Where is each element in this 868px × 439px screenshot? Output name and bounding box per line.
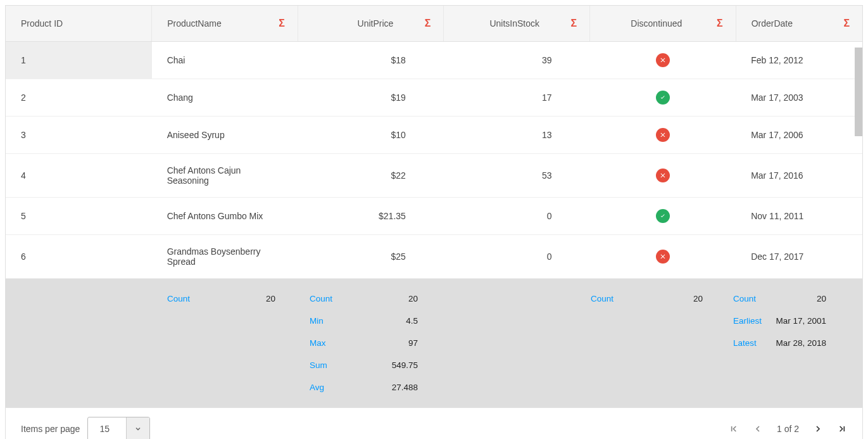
table-row[interactable]: 5Chef Antons Gumbo Mix$21.350Nov 11, 201… bbox=[6, 198, 862, 235]
cell-unit-price: $22 bbox=[298, 154, 444, 198]
summary-date-latest: Latest Mar 28, 2018 bbox=[733, 332, 826, 354]
summary-label: Earliest bbox=[733, 316, 762, 326]
grid-footer: Items per page 15 1 of 2 bbox=[6, 407, 862, 439]
summary-name-count: Count 20 bbox=[167, 288, 275, 310]
check-circle-icon bbox=[656, 209, 670, 223]
cell-product-name: Chef Antons Cajun Seasoning bbox=[152, 154, 298, 198]
products-table: Product ID ProductName Σ UnitPrice Σ Uni… bbox=[6, 6, 862, 279]
x-circle-icon bbox=[656, 169, 670, 182]
prev-page-button[interactable] bbox=[753, 424, 763, 434]
cell-order-date: Nov 11, 2011 bbox=[736, 198, 862, 235]
summary-date-earliest: Earliest Mar 17, 2001 bbox=[733, 310, 826, 332]
pager-info: 1 of 2 bbox=[777, 424, 799, 434]
column-header-discontinued[interactable]: Discontinued Σ bbox=[590, 6, 736, 42]
x-circle-icon bbox=[656, 250, 670, 264]
sigma-icon[interactable]: Σ bbox=[279, 18, 285, 29]
cell-product-name: Chef Antons Gumbo Mix bbox=[152, 198, 298, 235]
header-label: OrderDate bbox=[752, 18, 793, 29]
sigma-icon[interactable]: Σ bbox=[843, 18, 850, 29]
table-row[interactable]: 2Chang$1917Mar 17, 2003 bbox=[6, 79, 862, 117]
summary-label: Count bbox=[733, 294, 756, 303]
cell-units-in-stock: 0 bbox=[444, 198, 590, 235]
table-row[interactable]: 3Aniseed Syrup$1013Mar 17, 2006 bbox=[6, 117, 862, 154]
sigma-icon[interactable]: Σ bbox=[717, 18, 723, 29]
cell-unit-price: $19 bbox=[298, 79, 444, 117]
x-circle-icon bbox=[656, 53, 670, 67]
summary-value: 20 bbox=[266, 294, 275, 303]
cell-units-in-stock: 0 bbox=[444, 235, 590, 279]
per-page-value: 15 bbox=[88, 417, 126, 439]
summary-price-count: Count 20 bbox=[310, 288, 418, 310]
summary-value: Mar 17, 2001 bbox=[776, 316, 826, 326]
cell-discontinued bbox=[590, 42, 736, 79]
summary-value: 4.5 bbox=[406, 316, 418, 326]
chevron-down-icon[interactable] bbox=[126, 417, 149, 439]
table-row[interactable]: 1Chai$1839Feb 12, 2012 bbox=[6, 42, 862, 79]
scrollbar-thumb[interactable] bbox=[855, 48, 862, 136]
cell-product-id: 1 bbox=[6, 42, 152, 79]
per-page-select[interactable]: 15 bbox=[87, 417, 150, 439]
table-row[interactable]: 6Grandmas Boysenberry Spread$250Dec 17, … bbox=[6, 235, 862, 279]
cell-units-in-stock: 13 bbox=[444, 117, 590, 154]
summary-value: 20 bbox=[408, 294, 418, 303]
header-label: UnitsInStock bbox=[459, 18, 539, 29]
column-header-order-date[interactable]: OrderDate Σ bbox=[736, 6, 862, 42]
per-page-label: Items per page bbox=[21, 424, 80, 434]
cell-unit-price: $25 bbox=[298, 235, 444, 279]
summary-value: 27.488 bbox=[392, 383, 418, 392]
summary-label: Avg bbox=[310, 383, 324, 392]
summary-price-max: Max 97 bbox=[310, 332, 418, 354]
summary-date-count: Count 20 bbox=[733, 288, 826, 310]
summary-value: 20 bbox=[693, 294, 703, 303]
cell-units-in-stock: 39 bbox=[444, 42, 590, 79]
cell-order-date: Mar 17, 2003 bbox=[736, 79, 862, 117]
cell-product-name: Grandmas Boysenberry Spread bbox=[152, 235, 298, 279]
cell-product-name: Aniseed Syrup bbox=[152, 117, 298, 154]
cell-discontinued bbox=[590, 154, 736, 198]
cell-order-date: Feb 12, 2012 bbox=[736, 42, 862, 79]
summary-disc-count: Count 20 bbox=[591, 288, 703, 310]
column-header-unit-price[interactable]: UnitPrice Σ bbox=[298, 6, 444, 42]
summary-label: Max bbox=[310, 338, 326, 348]
cell-product-id: 4 bbox=[6, 154, 152, 198]
cell-product-id: 3 bbox=[6, 117, 152, 154]
first-page-button[interactable] bbox=[729, 424, 739, 434]
column-header-product-id[interactable]: Product ID bbox=[6, 6, 152, 42]
cell-product-name: Chai bbox=[152, 42, 298, 79]
cell-units-in-stock: 53 bbox=[444, 154, 590, 198]
x-circle-icon bbox=[656, 128, 670, 142]
vertical-scrollbar[interactable] bbox=[853, 48, 862, 263]
last-page-button[interactable] bbox=[837, 424, 847, 434]
summary-label: Count bbox=[310, 294, 332, 303]
cell-unit-price: $18 bbox=[298, 42, 444, 79]
summary-value: 97 bbox=[408, 338, 418, 348]
cell-discontinued bbox=[590, 117, 736, 154]
next-page-button[interactable] bbox=[813, 424, 823, 434]
cell-product-id: 6 bbox=[6, 235, 152, 279]
summary-price-min: Min 4.5 bbox=[310, 310, 418, 332]
summary-price-sum: Sum 549.75 bbox=[310, 354, 418, 376]
cell-product-name: Chang bbox=[152, 79, 298, 117]
column-header-units-in-stock[interactable]: UnitsInStock Σ bbox=[444, 6, 590, 42]
header-label: Discontinued bbox=[605, 18, 708, 29]
table-row[interactable]: 4Chef Antons Cajun Seasoning$2253Mar 17,… bbox=[6, 154, 862, 198]
summary-label: Count bbox=[591, 294, 613, 303]
summary-value: 20 bbox=[817, 294, 826, 303]
sigma-icon[interactable]: Σ bbox=[570, 18, 577, 29]
summary-value: 549.75 bbox=[392, 360, 418, 370]
sigma-icon[interactable]: Σ bbox=[425, 18, 431, 29]
header-label: Product ID bbox=[21, 18, 63, 29]
cell-unit-price: $21.35 bbox=[298, 198, 444, 235]
summary-value: Mar 28, 2018 bbox=[776, 338, 826, 348]
cell-discontinued bbox=[590, 235, 736, 279]
cell-order-date: Mar 17, 2006 bbox=[736, 117, 862, 154]
cell-product-id: 5 bbox=[6, 198, 152, 235]
cell-unit-price: $10 bbox=[298, 117, 444, 154]
summary-label: Sum bbox=[310, 360, 327, 370]
column-header-product-name[interactable]: ProductName Σ bbox=[152, 6, 298, 42]
check-circle-icon bbox=[656, 91, 670, 105]
cell-units-in-stock: 17 bbox=[444, 79, 590, 117]
cell-order-date: Dec 17, 2017 bbox=[736, 235, 862, 279]
summary-label: Min bbox=[310, 316, 324, 326]
cell-discontinued bbox=[590, 79, 736, 117]
